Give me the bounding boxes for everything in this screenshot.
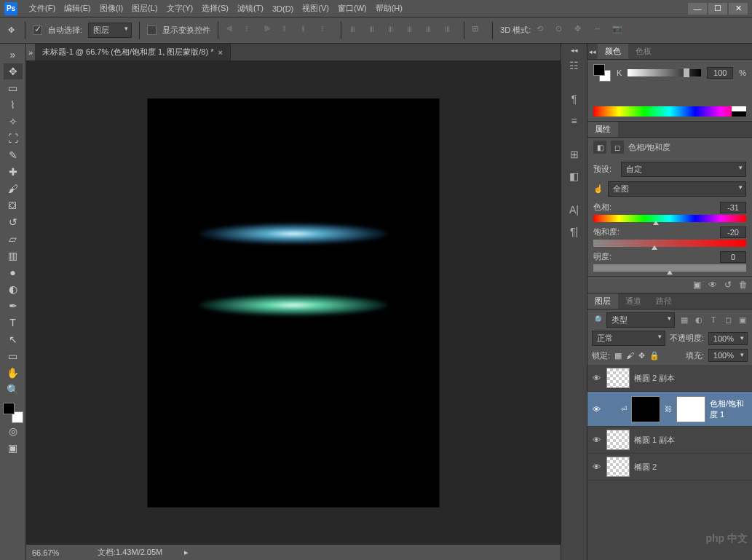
gradient-tool[interactable]: ▥ [4, 248, 23, 264]
healing-brush-tool[interactable]: ✚ [4, 164, 23, 180]
filter-type-icon[interactable]: T [708, 315, 719, 325]
tab-channels[interactable]: 通道 [618, 293, 649, 309]
delete-icon[interactable]: 🗑 [739, 280, 748, 290]
status-arrow-icon[interactable]: ▸ [184, 548, 189, 557]
3d-camera-icon[interactable]: 📷 [612, 24, 625, 37]
foreground-swatch[interactable] [3, 403, 15, 414]
visibility-toggle[interactable]: 👁 [590, 462, 602, 471]
hue-slider[interactable] [593, 215, 746, 222]
light-value[interactable]: 0 [720, 251, 746, 263]
hue-value[interactable]: -31 [720, 202, 746, 213]
collapse-icon[interactable]: ◂◂ [569, 47, 579, 54]
layer-name[interactable]: 椭圆 2 副本 [634, 373, 749, 384]
align-icon[interactable]: ⫷ [226, 24, 239, 37]
blur-tool[interactable]: ● [4, 264, 23, 280]
clone-stamp-tool[interactable]: ⛋ [4, 197, 23, 213]
clip-icon[interactable]: ▣ [693, 280, 701, 290]
eyedropper-tool[interactable]: ✎ [4, 147, 23, 163]
lock-transparent-icon[interactable]: ▦ [614, 351, 622, 360]
distribute-icon[interactable]: ⫼ [387, 24, 400, 37]
styles-panel-icon[interactable]: ⊞ [564, 144, 585, 165]
blend-mode-dropdown[interactable]: 正常 [592, 331, 665, 346]
align-icon[interactable]: ⫵ [301, 24, 314, 37]
marquee-tool[interactable]: ▭ [4, 80, 23, 96]
tab-paths[interactable]: 路径 [649, 293, 679, 309]
color-swatch-pair[interactable] [593, 64, 611, 82]
eraser-tool[interactable]: ▱ [4, 231, 23, 247]
sat-slider[interactable] [593, 240, 746, 247]
align-icon[interactable]: ⫶ [320, 24, 333, 37]
collapse-icon[interactable]: ◂◂ [587, 44, 598, 59]
menu-layer[interactable]: 图层(L) [127, 1, 162, 15]
filter-dropdown[interactable]: 类型 [606, 312, 675, 328]
color-swatches[interactable] [3, 403, 23, 423]
layer-name[interactable]: 色相/饱和度 1 [710, 398, 749, 420]
lock-position-icon[interactable]: ✥ [638, 351, 645, 360]
screen-mode-tool[interactable]: ▣ [4, 440, 23, 456]
path-selection-tool[interactable]: ↖ [4, 331, 23, 347]
lock-pixels-icon[interactable]: 🖌 [626, 351, 634, 360]
auto-select-target[interactable]: 图层 [88, 23, 132, 38]
3d-slide-icon[interactable]: ↔ [593, 24, 606, 37]
menu-view[interactable]: 视图(V) [298, 1, 333, 15]
finger-icon[interactable]: ☝ [593, 184, 603, 194]
type-tool[interactable]: T [4, 315, 23, 331]
reset-icon[interactable]: ↺ [724, 280, 732, 290]
align-icon[interactable]: ⫶ [245, 24, 258, 37]
tab-swatches[interactable]: 色板 [628, 44, 659, 59]
filter-shape-icon[interactable]: ◻ [723, 315, 733, 325]
menu-edit[interactable]: 编辑(E) [60, 1, 95, 15]
tab-properties[interactable]: 属性 [587, 122, 618, 137]
brush-tool[interactable]: 🖌 [4, 181, 23, 197]
layer-thumb[interactable] [606, 457, 630, 477]
eye-icon[interactable]: 👁 [708, 280, 717, 290]
close-button[interactable]: ✕ [729, 3, 748, 15]
align-icon[interactable]: ⫸ [264, 24, 277, 37]
spectrum-bar[interactable] [593, 106, 746, 117]
k-value[interactable]: 100 [707, 67, 733, 79]
menu-select[interactable]: 选择(S) [197, 1, 233, 15]
pen-tool[interactable]: ✒ [4, 298, 23, 314]
k-slider[interactable] [628, 69, 701, 76]
maximize-button[interactable]: ☐ [708, 3, 727, 15]
preset-dropdown[interactable]: 自定 [621, 162, 746, 177]
menu-3d[interactable]: 3D(D) [268, 3, 298, 15]
layer-row[interactable]: 👁 椭圆 2 副本 [587, 365, 752, 392]
layer-name[interactable]: 椭圆 2 [634, 462, 749, 473]
layer-thumb[interactable] [606, 430, 630, 450]
adjustment-thumb[interactable] [631, 396, 660, 422]
paragraph-panel-icon[interactable]: ≡ [564, 111, 585, 131]
minimize-button[interactable]: — [688, 3, 707, 15]
layer-row[interactable]: 👁 ⏎ ⛓ 色相/饱和度 1 [587, 392, 752, 427]
distribute-icon[interactable]: ⫼ [443, 24, 456, 37]
target-dropdown[interactable]: 全图 [608, 181, 746, 197]
distribute-icon[interactable]: ⫼ [424, 24, 438, 37]
layer-thumb[interactable] [606, 368, 630, 388]
filter-pixel-icon[interactable]: ▦ [679, 315, 689, 325]
shape-tool[interactable]: ▭ [4, 348, 23, 364]
character-panel-icon[interactable]: ¶ [564, 89, 585, 109]
history-brush-tool[interactable]: ↺ [4, 214, 23, 230]
canvas-wrap[interactable] [26, 61, 561, 544]
layer-row[interactable]: 👁 椭圆 2 [587, 454, 752, 481]
char-styles-icon[interactable]: A| [564, 200, 585, 220]
visibility-toggle[interactable]: 👁 [590, 405, 602, 414]
lasso-tool[interactable]: ⌇ [4, 97, 23, 113]
tab-layers[interactable]: 图层 [587, 293, 618, 309]
layer-name[interactable]: 椭圆 1 副本 [634, 435, 749, 446]
quick-mask-tool[interactable]: ◎ [4, 423, 23, 439]
auto-select-checkbox[interactable] [33, 25, 42, 35]
align-icon[interactable]: ⫴ [282, 24, 296, 37]
mask-thumb[interactable] [676, 396, 705, 422]
menu-type[interactable]: 文字(Y) [162, 1, 198, 15]
visibility-toggle[interactable]: 👁 [590, 435, 602, 444]
hand-tool[interactable]: ✋ [4, 365, 23, 381]
menu-file[interactable]: 文件(F) [25, 1, 60, 15]
menu-window[interactable]: 窗口(W) [333, 1, 371, 15]
fill-dropdown[interactable]: 100% [708, 349, 748, 362]
layer-row[interactable]: 👁 椭圆 1 副本 [587, 427, 752, 454]
collapse-icon[interactable]: » [26, 44, 35, 60]
close-tab-icon[interactable]: × [218, 48, 223, 57]
distribute-icon[interactable]: ⫼ [349, 24, 362, 37]
zoom-tool[interactable]: 🔍 [4, 382, 23, 398]
